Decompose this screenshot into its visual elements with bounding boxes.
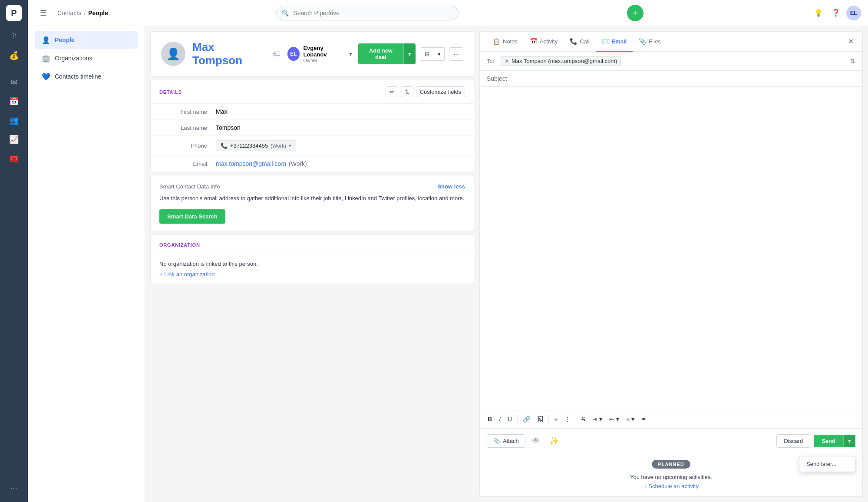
tab-email-label: Email xyxy=(612,38,627,45)
bullet-list-button[interactable]: ≡ xyxy=(551,414,560,424)
first-name-row: First name Max xyxy=(151,104,474,120)
owner-role: Owner xyxy=(303,58,344,63)
email-compose: To: ✕ Max Tompson (max.tompson@gmail.com… xyxy=(480,52,862,453)
send-later-item[interactable]: Send later... xyxy=(799,456,855,472)
tab-close-icon[interactable]: ✕ xyxy=(846,36,855,47)
more-options-button[interactable]: ··· xyxy=(449,47,463,61)
contact-name[interactable]: Max Tompson xyxy=(192,40,263,67)
discard-button[interactable]: Discard xyxy=(776,434,810,448)
hamburger-icon[interactable]: ☰ xyxy=(35,4,52,22)
show-less-button[interactable]: Show less xyxy=(437,183,465,190)
email-row: Email max.tompson@gmail.com (Work) xyxy=(151,156,474,172)
link-button[interactable]: 🔗 xyxy=(520,414,533,424)
schedule-activity-link[interactable]: + Schedule an activity xyxy=(644,483,699,489)
search-input[interactable] xyxy=(276,6,459,20)
indent-button[interactable]: ⇥ ▾ xyxy=(590,414,605,424)
smart-data-header: Smart Contact Data Info Show less xyxy=(159,183,465,190)
last-name-value[interactable]: Tompson xyxy=(216,124,241,131)
owner-name: Evgeny Lobanov xyxy=(303,45,344,58)
view-toggle-chevron[interactable]: ▾ xyxy=(434,47,445,61)
attach-button[interactable]: 📎 Attach xyxy=(487,434,525,448)
nav-icon-mail[interactable]: ✉ xyxy=(5,73,23,91)
preview-icon[interactable]: 👁 xyxy=(529,433,543,449)
last-name-row: Last name Tompson xyxy=(151,120,474,136)
tab-notes[interactable]: 📋 Notes xyxy=(487,32,524,52)
tab-activity[interactable]: 📅 Activity xyxy=(524,32,564,52)
tab-files[interactable]: 📎 Files xyxy=(633,32,667,52)
sidebar-item-label: People xyxy=(55,36,75,43)
add-deal-chevron-icon[interactable]: ▾ xyxy=(403,43,416,64)
chip-remove-icon[interactable]: ✕ xyxy=(505,58,509,64)
timeline-icon: 💙 xyxy=(42,72,50,81)
email-body[interactable] xyxy=(480,87,862,410)
underline-button[interactable]: U xyxy=(505,414,515,424)
sidebar-item-organizations[interactable]: 🏢 Organizations xyxy=(35,50,138,67)
add-deal-group: Add new deal ▾ xyxy=(358,43,416,64)
people-icon: 👤 xyxy=(42,36,50,44)
nav-icon-deals[interactable]: 💰 xyxy=(5,47,23,64)
tab-email[interactable]: ✉️ Email xyxy=(596,32,633,52)
org-header: ORGANIZATION xyxy=(151,235,474,254)
sidebar-item-people[interactable]: 👤 People xyxy=(35,31,138,49)
email-subject-row xyxy=(480,71,862,87)
user-avatar[interactable]: EL xyxy=(846,6,861,20)
attach-icon: 📎 xyxy=(493,438,500,444)
nav-icon-contacts[interactable]: 👥 xyxy=(5,112,23,129)
owner-chevron-icon[interactable]: ▾ xyxy=(347,49,354,59)
add-deal-button[interactable]: Add new deal xyxy=(358,43,403,64)
tab-call-label: Call xyxy=(580,38,589,45)
phone-label: Phone xyxy=(159,142,216,149)
italic-button[interactable]: I xyxy=(496,414,503,424)
smart-data-search-button[interactable]: Smart Data Search xyxy=(159,209,225,224)
email-value[interactable]: max.tompson@gmail.com xyxy=(216,160,286,167)
email-tab-icon: ✉️ xyxy=(602,38,609,45)
edit-icon[interactable]: ✏ xyxy=(386,86,398,97)
numbered-list-button[interactable]: ⋮ xyxy=(562,414,573,424)
lightbulb-icon[interactable]: 💡 xyxy=(812,6,825,20)
breadcrumb-current: People xyxy=(88,10,108,17)
customize-fields-button[interactable]: Customize fields xyxy=(416,86,465,97)
send-chevron-icon[interactable]: ▾ xyxy=(843,435,855,447)
phone-type: (Work) xyxy=(271,143,286,149)
expand-icon[interactable]: ⇅ xyxy=(850,58,855,65)
nav-icon-more[interactable]: ··· xyxy=(5,479,23,497)
sidebar-item-contacts-timeline[interactable]: 💙 Contacts timeline xyxy=(35,68,138,85)
phone-chip[interactable]: 📞 +37222334455 (Work) ▾ xyxy=(216,140,296,151)
send-button[interactable]: Send xyxy=(814,435,843,447)
link-org-button[interactable]: + Link an organization xyxy=(159,271,215,277)
image-button[interactable]: 🖼 xyxy=(535,414,546,424)
first-name-value[interactable]: Max xyxy=(216,108,227,115)
signature-button[interactable]: ✒ xyxy=(639,414,649,424)
details-card: DETAILS ✏ ⇅ Customize fields First name … xyxy=(150,80,474,172)
breadcrumb-parent[interactable]: Contacts xyxy=(57,10,81,17)
tag-icon[interactable]: 🏷 xyxy=(273,50,281,59)
email-subject-input[interactable] xyxy=(487,75,855,82)
reorder-icon[interactable]: ⇅ xyxy=(401,86,413,97)
nav-icon-timeline[interactable]: ⏱ xyxy=(5,28,23,45)
nav-icon-reports[interactable]: 📈 xyxy=(5,131,23,148)
view-toggle-group: ⊞ ▾ xyxy=(420,47,445,61)
nav-icon-calendar[interactable]: 📅 xyxy=(5,92,23,110)
bold-button[interactable]: B xyxy=(485,414,495,424)
view-toggle-button[interactable]: ⊞ xyxy=(420,47,434,61)
tab-files-label: Files xyxy=(649,38,660,45)
owner-section: EL Evgeny Lobanov Owner ▾ xyxy=(287,45,354,63)
breadcrumb: Contacts / People xyxy=(57,10,108,17)
toolbar-sep-1 xyxy=(517,415,518,423)
align-button[interactable]: ≡ ▾ xyxy=(624,414,637,424)
owner-avatar: EL xyxy=(287,47,300,61)
toolbar-sep-3 xyxy=(576,415,576,423)
tab-call[interactable]: 📞 Call xyxy=(564,32,595,52)
email-to-row: To: ✕ Max Tompson (max.tompson@gmail.com… xyxy=(480,52,862,71)
help-icon[interactable]: ❓ xyxy=(829,6,843,20)
app-logo[interactable]: P xyxy=(6,5,22,21)
email-to-label: To: xyxy=(487,58,497,64)
add-button[interactable]: + xyxy=(627,5,644,21)
strikethrough-button[interactable]: S̶ xyxy=(579,414,588,424)
nav-icon-tools[interactable]: 🧰 xyxy=(5,150,23,167)
phone-dropdown-icon[interactable]: ▾ xyxy=(289,143,291,149)
contact-header-right: EL Evgeny Lobanov Owner ▾ Add new deal ▾ xyxy=(287,43,463,64)
email-recipient-value: Max Tompson (max.tompson@gmail.com) xyxy=(512,58,617,64)
outdent-button[interactable]: ⇤ ▾ xyxy=(607,414,622,424)
magic-icon[interactable]: ✨ xyxy=(546,433,562,449)
